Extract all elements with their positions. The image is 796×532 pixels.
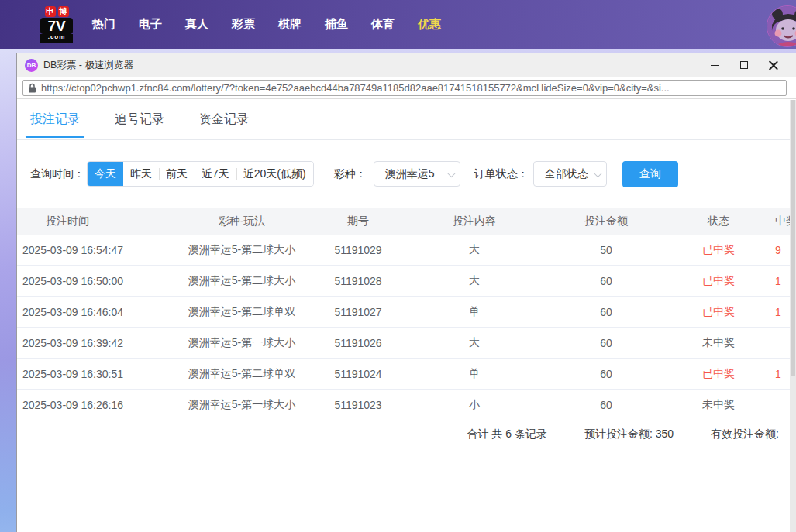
- time-option-day-before[interactable]: 前天: [159, 161, 195, 187]
- nav-item-fishing[interactable]: 捕鱼: [325, 17, 348, 32]
- order-status-select[interactable]: 全部状态: [533, 161, 607, 187]
- cell-amount: 60: [544, 306, 668, 318]
- browser-urlbar: https://ctop02pchwp1.zfnc84.com/lottery/…: [17, 77, 796, 99]
- cell-game: 澳洲幸运5-第二球大小: [172, 274, 312, 288]
- table-row: 2025-03-09 16:54:47 澳洲幸运5-第二球大小 51191029…: [17, 235, 790, 266]
- table-summary-row: 合计 共 6 条记录 预计投注金额: 350 有效投注金额:: [17, 420, 790, 448]
- nav-item-live[interactable]: 真人: [185, 17, 208, 32]
- col-header-status: 状态: [668, 215, 769, 228]
- lottery-select-value: 澳洲幸运5: [385, 167, 435, 181]
- nav-item-lottery[interactable]: 彩票: [232, 17, 255, 32]
- cell-status: 未中奖: [668, 398, 769, 412]
- table-header-row: 投注时间 彩种-玩法 期号 投注内容 投注金额 状态 中奖金额: [17, 208, 790, 235]
- close-button[interactable]: [759, 53, 788, 77]
- cell-issue: 51191027: [312, 306, 405, 318]
- avatar-image: [767, 6, 796, 47]
- maximize-icon: [740, 61, 748, 69]
- nav-item-chess[interactable]: 棋牌: [278, 17, 302, 32]
- close-icon: [769, 60, 778, 70]
- cell-bet-time: 2025-03-09 16:54:47: [17, 244, 172, 256]
- cell-bet-time: 2025-03-09 16:26:16: [17, 399, 172, 411]
- cell-issue: 51191029: [312, 244, 405, 256]
- chevron-down-icon: [593, 168, 601, 177]
- cell-content: 单: [405, 305, 544, 319]
- lock-icon: [28, 83, 36, 93]
- tab-chase-records[interactable]: 追号记录: [115, 100, 164, 139]
- browser-window: DB DB彩票 - 极速浏览器 https://ctop02pchwp1.zfn…: [16, 53, 796, 532]
- scrollbar-thumb[interactable]: [791, 100, 795, 376]
- minimize-icon: [711, 65, 719, 66]
- cell-prize: 1: [769, 306, 790, 318]
- table-row: 2025-03-09 16:50:00 澳洲幸运5-第二球大小 51191028…: [17, 266, 790, 297]
- table-row: 2025-03-09 16:46:04 澳洲幸运5-第二球单双 51191027…: [17, 297, 790, 328]
- chevron-down-icon: [446, 168, 455, 177]
- logo-suffix-text: .com: [40, 34, 73, 43]
- time-filter-group: 今天 昨天 前天 近7天 近20天(低频): [87, 161, 314, 187]
- cell-issue: 51191023: [312, 399, 405, 411]
- tab-bet-records[interactable]: 投注记录: [30, 100, 80, 139]
- nav-item-slots[interactable]: 电子: [139, 17, 162, 32]
- url-text: https://ctop02pchwp1.zfnc84.com/lottery/…: [41, 82, 670, 94]
- cell-bet-time: 2025-03-09 16:30:51: [17, 368, 172, 380]
- cell-status: 已中奖: [668, 243, 769, 257]
- browser-app-icon: DB: [25, 59, 38, 72]
- nav-item-hot[interactable]: 热门: [92, 17, 115, 32]
- cell-prize: 9: [769, 244, 790, 256]
- window-title: DB彩票 - 极速浏览器: [43, 59, 133, 72]
- col-header-content: 投注内容: [405, 215, 544, 228]
- summary-expected-amount: 预计投注金额: 350: [584, 427, 674, 441]
- col-header-game: 彩种-玩法: [172, 215, 312, 228]
- cell-status: 已中奖: [668, 367, 769, 381]
- table-row: 2025-03-09 16:39:42 澳洲幸运5-第一球大小 51191026…: [17, 328, 790, 359]
- site-nav-items: 热门 电子 真人 彩票 棋牌 捕鱼 体育 优惠: [92, 17, 441, 32]
- table-row: 2025-03-09 16:30:51 澳洲幸运5-第二球单双 51191024…: [17, 359, 790, 390]
- cell-game: 澳洲幸运5-第二球单双: [172, 305, 312, 319]
- cell-game: 澳洲幸运5-第一球大小: [172, 336, 312, 350]
- user-avatar[interactable]: [767, 5, 796, 47]
- time-option-yesterday[interactable]: 昨天: [123, 161, 159, 187]
- time-option-20days[interactable]: 近20天(低频): [236, 161, 313, 187]
- col-header-amount: 投注金额: [544, 215, 668, 228]
- nav-item-sports[interactable]: 体育: [371, 17, 395, 32]
- minimize-button[interactable]: [700, 53, 729, 77]
- cell-game: 澳洲幸运5-第一球大小: [172, 398, 312, 412]
- cell-prize: 1: [769, 275, 790, 287]
- status-select-value: 全部状态: [545, 167, 588, 181]
- logo-badge-bo: 博: [58, 6, 69, 17]
- tab-fund-records[interactable]: 资金记录: [199, 100, 249, 139]
- cell-amount: 60: [544, 275, 668, 287]
- maximize-button[interactable]: [729, 53, 759, 77]
- cell-amount: 60: [544, 337, 668, 349]
- filter-bar: 查询时间： 今天 昨天 前天 近7天 近20天(低频) 彩种： 澳洲幸运5 订单…: [17, 161, 790, 187]
- cell-bet-time: 2025-03-09 16:46:04: [17, 306, 172, 318]
- summary-valid-amount: 有效投注金额:: [711, 427, 779, 441]
- cell-status: 已中奖: [668, 305, 769, 319]
- address-bar[interactable]: https://ctop02pchwp1.zfnc84.com/lottery/…: [22, 80, 787, 96]
- cell-bet-time: 2025-03-09 16:50:00: [17, 275, 172, 287]
- summary-total-count: 合计 共 6 条记录: [467, 427, 547, 441]
- cell-game: 澳洲幸运5-第二球大小: [172, 243, 312, 257]
- cell-content: 小: [405, 398, 544, 412]
- site-logo[interactable]: 申 博 7V .com: [40, 6, 73, 43]
- record-tabs: 投注记录 追号记录 资金记录: [17, 100, 790, 140]
- cell-amount: 60: [544, 399, 668, 411]
- vertical-scrollbar[interactable]: [790, 100, 796, 532]
- cell-content: 单: [405, 367, 544, 381]
- status-filter-label: 订单状态：: [474, 167, 529, 181]
- logo-main-text: 7V: [40, 18, 73, 34]
- nav-item-promo[interactable]: 优惠: [418, 17, 441, 32]
- cell-content: 大: [405, 274, 544, 288]
- window-titlebar[interactable]: DB DB彩票 - 极速浏览器: [17, 53, 796, 77]
- cell-game: 澳洲幸运5-第二球单双: [172, 367, 312, 381]
- cell-status: 已中奖: [668, 274, 769, 288]
- col-header-issue: 期号: [312, 215, 405, 228]
- lottery-filter-label: 彩种：: [334, 167, 367, 181]
- time-option-7days[interactable]: 近7天: [195, 161, 236, 187]
- cell-prize: 1: [769, 368, 790, 380]
- time-option-today[interactable]: 今天: [88, 161, 123, 187]
- cell-issue: 51191026: [312, 337, 405, 349]
- lottery-select[interactable]: 澳洲幸运5: [374, 161, 460, 187]
- col-header-bet-time: 投注时间: [17, 215, 172, 228]
- logo-badges: 申 博: [45, 6, 69, 17]
- search-button[interactable]: 查询: [622, 161, 678, 187]
